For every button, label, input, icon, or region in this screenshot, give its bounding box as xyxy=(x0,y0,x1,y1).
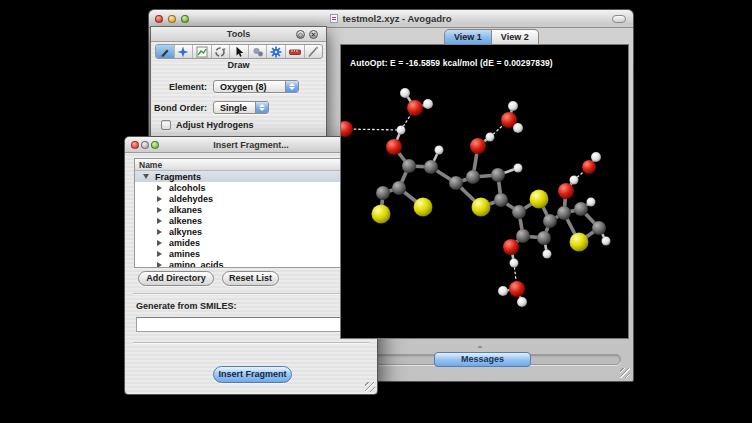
navigate-star-icon xyxy=(177,46,189,58)
disclosure-closed-icon[interactable] xyxy=(157,229,162,235)
window-resize-grip[interactable] xyxy=(620,368,630,378)
smiles-label: Generate from SMILES: xyxy=(136,301,237,311)
window-title: testmol2.xyz - Avogadro xyxy=(149,13,633,24)
screen: testmol2.xyz - Avogadro View 1 View 2 Au… xyxy=(0,0,752,423)
tree-item[interactable]: alkanes xyxy=(135,204,357,215)
adjust-hydrogens-label: Adjust Hydrogens xyxy=(176,120,254,130)
tree-item[interactable]: alkynes xyxy=(135,226,357,237)
separator xyxy=(133,293,369,295)
document-icon xyxy=(330,14,338,23)
auto-optimize-tool-button[interactable] xyxy=(267,45,286,58)
element-label: Element: xyxy=(151,82,207,92)
list-header-name[interactable]: Name xyxy=(135,159,368,171)
disclosure-closed-icon[interactable] xyxy=(157,251,162,257)
separator xyxy=(133,342,369,344)
tree-item[interactable]: alkenes xyxy=(135,215,357,226)
tree-item[interactable]: amines xyxy=(135,248,357,259)
cursor-arrow-icon xyxy=(233,46,245,58)
splitter-handle[interactable] xyxy=(478,346,482,348)
tab-view-1[interactable]: View 1 xyxy=(444,29,492,45)
toolbar-toggle-button[interactable] xyxy=(612,15,626,23)
tab-view-2[interactable]: View 2 xyxy=(492,29,539,45)
molecule-svg xyxy=(341,45,628,338)
wand-icon xyxy=(307,46,319,58)
tree-item[interactable]: amides xyxy=(135,237,357,248)
add-directory-button[interactable]: Add Directory xyxy=(138,271,214,286)
disclosure-closed-icon[interactable] xyxy=(157,218,162,224)
disclosure-open-icon[interactable] xyxy=(143,174,149,179)
tree-item[interactable]: aldehydes xyxy=(135,193,357,204)
float-icon[interactable]: ◇ xyxy=(296,30,305,39)
disclosure-closed-icon[interactable] xyxy=(157,262,162,268)
fragment-list: Name Fragments alcohols aldehydes alkane… xyxy=(134,158,369,268)
popup-arrows-icon xyxy=(285,81,298,92)
smiles-input[interactable] xyxy=(136,317,365,332)
disclosure-closed-icon[interactable] xyxy=(157,207,162,213)
tool-section-title: Draw xyxy=(151,60,326,70)
pencil-icon xyxy=(159,46,171,58)
fragment-rows: Fragments alcohols aldehydes alkanes alk… xyxy=(135,171,357,267)
view-tabbar: View 1 View 2 xyxy=(444,29,539,45)
adjust-hydrogens-checkbox[interactable] xyxy=(161,120,171,130)
auto-rotate-tool-button[interactable] xyxy=(249,45,268,58)
messages-button[interactable]: Messages xyxy=(434,352,531,367)
autoopt-status-text: AutoOpt: E = -16.5859 kcal/mol (dE = 0.0… xyxy=(350,58,553,68)
disclosure-closed-icon[interactable] xyxy=(157,240,162,246)
dialog-resize-grip[interactable] xyxy=(365,382,375,392)
gear-icon xyxy=(270,46,282,58)
draw-tool-button[interactable] xyxy=(156,45,175,58)
popup-arrows-icon xyxy=(255,102,268,113)
tools-palette-titlebar[interactable]: Tools ◇ ✕ xyxy=(151,27,326,42)
tool-toolbar xyxy=(155,44,323,59)
tools-palette: Tools ◇ ✕ xyxy=(150,26,327,141)
manipulate-tool-button[interactable] xyxy=(212,45,231,58)
close-icon[interactable]: ✕ xyxy=(309,30,318,39)
chart-icon xyxy=(196,46,208,58)
element-dropdown[interactable]: Oxygen (8) xyxy=(213,80,299,93)
bond-centric-tool-button[interactable] xyxy=(193,45,212,58)
gl-viewport[interactable]: AutoOpt: E = -16.5859 kcal/mol (dE = 0.0… xyxy=(340,44,629,339)
navigate-tool-button[interactable] xyxy=(175,45,194,58)
rotate-icon xyxy=(214,46,226,58)
tree-item[interactable]: amino_acids xyxy=(135,259,357,268)
bond-order-dropdown[interactable]: Single xyxy=(213,101,269,114)
disclosure-closed-icon[interactable] xyxy=(157,185,162,191)
reset-list-button[interactable]: Reset List xyxy=(222,271,279,286)
ruler-icon xyxy=(289,46,301,58)
align-tool-button[interactable] xyxy=(305,45,323,58)
measure-tool-button[interactable] xyxy=(286,45,305,58)
tree-item[interactable]: alcohols xyxy=(135,182,357,193)
insert-fragment-button[interactable]: Insert Fragment xyxy=(213,366,292,383)
disclosure-closed-icon[interactable] xyxy=(157,196,162,202)
tree-item-fragments[interactable]: Fragments xyxy=(135,171,357,182)
select-tool-button[interactable] xyxy=(230,45,249,58)
bond-order-label: Bond Order: xyxy=(151,103,207,113)
spheres-icon xyxy=(252,46,264,58)
